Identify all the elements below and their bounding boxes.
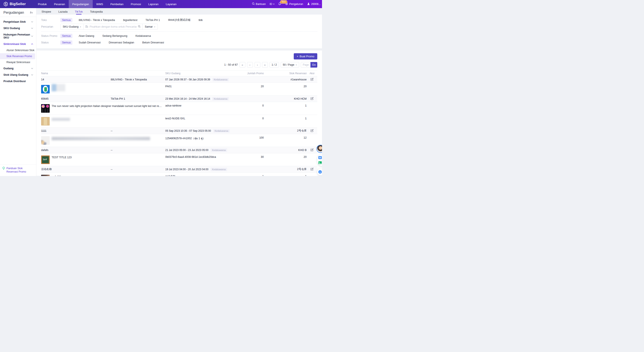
sidebar-item-sinkronisasi-stok[interactable]: Sinkronisasi Stok: [0, 41, 36, 47]
status-promo-option-semua[interactable]: Semua: [60, 34, 72, 38]
status-promo-option-kedaluwarsa[interactable]: Kedaluwarsa: [134, 34, 153, 38]
brand-logo[interactable]: BigSeller: [0, 2, 34, 6]
sidebar-subitem-riwayat-sinkronisasi[interactable]: Riwayat Sinkronisasi: [0, 59, 36, 65]
search-input[interactable]: [90, 25, 136, 28]
page-size-selector[interactable]: 50 / Page ∨: [281, 62, 299, 68]
tab-shopee[interactable]: Shopee: [42, 10, 51, 14]
tab-tokopedia[interactable]: Tokopedia: [90, 10, 103, 14]
nav-item-pembelian[interactable]: Pembelian: [106, 0, 127, 8]
status-promo-option-sedang-berlangsung[interactable]: Sedang Berlangsung: [100, 34, 129, 38]
edit-promo-icon[interactable]: [310, 168, 314, 171]
item-promo-qty: 0: [225, 102, 264, 107]
status-badge: Kedaluwarsa: [211, 168, 227, 171]
tab-tiktok[interactable]: TikTok: [75, 10, 83, 14]
pagination-range: 1 - 50 of 67: [224, 63, 238, 66]
status-option-belum-direservasi[interactable]: Belum Direservasi: [141, 40, 166, 45]
edit-promo-icon[interactable]: [310, 97, 314, 100]
sidebar-menu: Pengelolaan Stok SKU Gudang Hubungan Pem…: [0, 17, 36, 84]
create-promo-button[interactable]: + Buat Promo: [294, 53, 317, 59]
user-account-button[interactable]: 26908...: [307, 2, 321, 6]
toko-option-tktk[interactable]: tktk: [197, 18, 204, 22]
nav-item-wms[interactable]: WMS: [93, 0, 107, 8]
status-promo-option-akan-datang[interactable]: Akan Datang: [77, 34, 96, 38]
toko-option-88living[interactable]: 88LIVING - Tikrok x Tokopedia: [77, 18, 117, 22]
chevron-up-icon: [31, 43, 33, 45]
item-reserved-stock: 1: [264, 102, 306, 107]
toko-option-tiktok-ph1[interactable]: TikTok-PH 1: [144, 18, 162, 22]
chevron-down-icon: [31, 21, 33, 22]
nav-item-laporan[interactable]: Laporan: [145, 0, 162, 8]
sidebar-subitem-aturan-sinkronisasi-stok[interactable]: Aturan Sinkronisasi Stok: [0, 47, 36, 53]
status-badge: Kedaluwarsa: [212, 78, 229, 81]
nav-item-produk[interactable]: Produk: [34, 0, 50, 8]
item-sku: adsa-rainbow: [165, 102, 225, 107]
item-sku: test2-NUDE-5XL: [165, 115, 225, 120]
toko-option-bigsellertest[interactable]: bigsellertest: [122, 18, 139, 22]
promo-store: --: [111, 129, 112, 132]
next-page-button[interactable]: ›: [254, 62, 260, 68]
settings-button[interactable]: Pengaturan: [285, 2, 303, 6]
page-jump-input[interactable]: [301, 62, 311, 68]
first-page-button[interactable]: «: [240, 62, 245, 68]
edit-promo-icon[interactable]: [310, 129, 314, 132]
promo-item-row: ce4y64h ce4y64h 1 1: [41, 173, 317, 176]
edit-promo-icon[interactable]: [310, 78, 314, 81]
sidebar-subitem-stok-reservasi-promo[interactable]: Stok Reservasi Promo: [0, 53, 35, 59]
toko-option-semua[interactable]: Semua: [60, 18, 72, 22]
item-sku: 12548062578-#A1002（สุ่ม 1 คู่）: [165, 134, 225, 141]
item-reserved-stock: 1: [264, 115, 306, 120]
filter-list-icon: [85, 25, 88, 29]
nav-item-pergudangan[interactable]: Pergudangan: [69, 0, 93, 8]
prev-page-button[interactable]: ‹: [247, 62, 253, 68]
channel-tabs: Shopee Lazada TikTok Tokopedia: [36, 8, 322, 14]
item-sku: PA01: [165, 83, 225, 88]
last-page-button[interactable]: »: [262, 62, 268, 68]
item-promo-qty: 30: [225, 153, 264, 159]
status-option-semua[interactable]: Semua: [60, 40, 72, 45]
item-reserved-stock: 20: [264, 83, 306, 88]
promo-store: 88LIVING - Tikrok x Tokopedia: [111, 78, 147, 81]
pagination: 1 - 50 of 67 « ‹ › » 1 / 2 50 / Page ∨ G…: [41, 62, 317, 68]
promo-warehouse: KHO B: [264, 149, 306, 152]
item-reserved-stock: 12: [264, 134, 306, 139]
sidebar-item-sku-gudang[interactable]: SKU Gudang: [0, 25, 36, 31]
plus-icon: +: [297, 55, 298, 58]
filter-row-status-promo: Status Promo Semua Akan Datang Sedang Be…: [41, 33, 317, 39]
item-reserved-stock: 20: [264, 153, 306, 159]
promo-item-row: The sun never sets light projection Ital…: [41, 102, 317, 115]
promo-period: 19 Jul 2023 04:00 - 20 Jul 2023 04:00: [165, 168, 208, 171]
toko-option-sandbox-store[interactable]: tiktok沙盒测试店铺: [166, 17, 192, 22]
sidebar-item-hubungan-pemetaan-sku[interactable]: Hubungan Pemetaan SKU: [0, 31, 36, 41]
promo-name: 65645: [41, 97, 48, 100]
promo-group-row: dafafs -- 21 Jul 2023 05:00 - 23 Jul 202…: [41, 147, 317, 153]
sidebar-item-pengelolaan-stok[interactable]: Pengelolaan Stok: [0, 19, 36, 25]
brand-name: BigSeller: [10, 2, 26, 6]
nav-item-promosi[interactable]: Promosi: [127, 0, 145, 8]
sidebar-item-gudang[interactable]: Gudang: [0, 65, 36, 72]
status-option-sudah-direservasi[interactable]: Sudah Direservasi: [77, 40, 102, 45]
go-button[interactable]: Go: [310, 62, 317, 68]
search-field-selector[interactable]: SKU Gudang ∨: [60, 24, 83, 29]
match-mode-selector[interactable]: Samar ∨: [142, 24, 157, 29]
edit-promo-icon[interactable]: [310, 148, 314, 151]
nav-item-pesanan[interactable]: Pesanan: [50, 0, 68, 8]
notifications-button[interactable]: New: [278, 2, 281, 6]
filter-panel: Toko Semua 88LIVING - Tikrok x Tokopedia…: [36, 14, 322, 48]
product-thumbnail: [41, 104, 50, 113]
help-button[interactable]: Bantuan: [252, 2, 266, 6]
language-selector[interactable]: ID ▾: [270, 2, 274, 5]
sidebar-item-produk-distribusi[interactable]: Produk Distribusi: [0, 78, 36, 84]
status-badge: Kedaluwarsa: [213, 129, 230, 133]
promo-item-row: 12548062578-#A1002（สุ่ม 1 คู่） 100 12: [41, 134, 317, 147]
tab-lazada[interactable]: Lazada: [58, 10, 68, 14]
status-option-direservasi-sebagian[interactable]: Direservasi Sebagian: [107, 40, 136, 45]
chevron-down-icon: ∨: [154, 26, 156, 28]
guide-link[interactable]: Panduan Stok Reservasi Promo: [6, 167, 34, 174]
item-reserved-stock: 1: [264, 173, 306, 176]
collapse-sidebar-icon[interactable]: [30, 11, 33, 14]
nav-item-layanan[interactable]: Layanan: [162, 0, 180, 8]
product-thumbnail: [41, 117, 50, 126]
sidebar-item-stok-ulang-gudang[interactable]: Stok Ulang Gudang: [0, 72, 36, 78]
product-thumbnail: [41, 156, 50, 164]
promo-period: 23 Mei 2024 16:14 - 24 Mei 2024 16:14: [165, 97, 210, 100]
